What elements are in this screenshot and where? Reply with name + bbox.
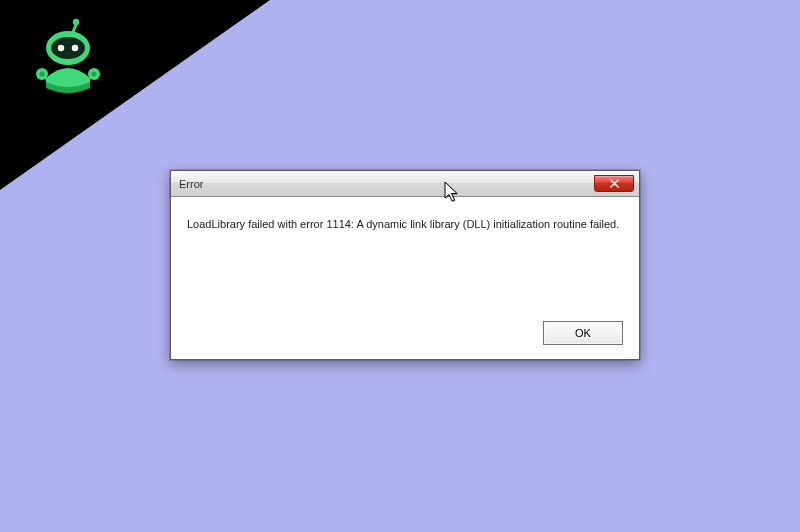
dialog-title: Error bbox=[171, 178, 594, 190]
ok-button[interactable]: OK bbox=[543, 321, 623, 345]
svg-point-8 bbox=[40, 72, 45, 77]
svg-point-5 bbox=[72, 45, 78, 51]
button-row: OK bbox=[187, 313, 623, 345]
robot-logo bbox=[28, 18, 108, 103]
error-message: LoadLibrary failed with error 1114: A dy… bbox=[187, 217, 623, 313]
svg-point-3 bbox=[51, 37, 85, 59]
close-icon bbox=[610, 179, 619, 188]
svg-point-9 bbox=[92, 72, 97, 77]
dialog-body: LoadLibrary failed with error 1114: A dy… bbox=[171, 197, 639, 359]
titlebar[interactable]: Error bbox=[171, 171, 639, 197]
close-button[interactable] bbox=[594, 175, 634, 192]
svg-point-4 bbox=[58, 45, 64, 51]
error-dialog: Error LoadLibrary failed with error 1114… bbox=[170, 170, 640, 360]
